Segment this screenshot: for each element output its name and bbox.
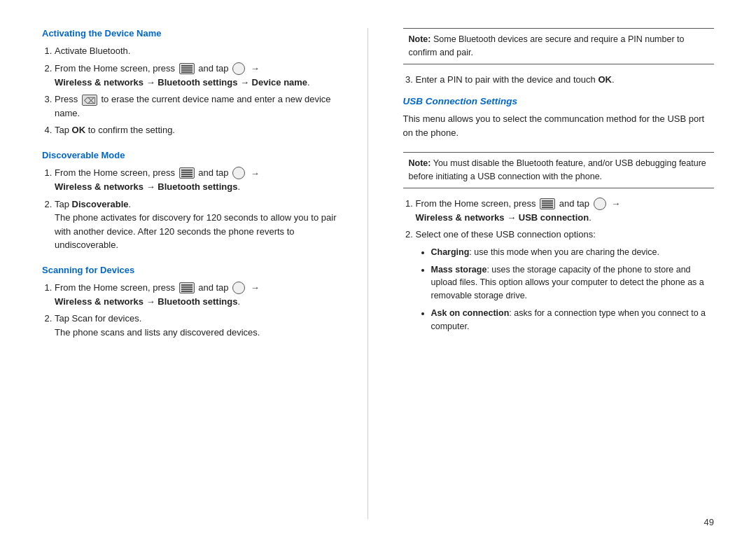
period4: . [237, 296, 240, 307]
period-step3: . [612, 74, 615, 85]
usb-steps-list: From the Home screen, press and tap → Wi… [403, 197, 715, 333]
content-area: Activating the Device Name Activate Blue… [0, 0, 756, 540]
menu-icon-4 [540, 198, 555, 209]
usb-step1-text-middle: and tap [559, 198, 592, 209]
step-text-from: From the Home screen, press [55, 167, 178, 178]
steps-discoverable: From the Home screen, press and tap → Wi… [42, 166, 354, 252]
right-column: Note: Some Bluetooth devices are secure … [396, 28, 715, 519]
ok-bold: OK [72, 125, 86, 135]
usb-option-charging: Charging: use this mode when you are cha… [431, 246, 715, 259]
arrow-icon-3: → [251, 281, 260, 295]
bold-path: Wireless & networks → Bluetooth settings… [55, 77, 307, 88]
step-activate-bluetooth: Activate Bluetooth. [55, 44, 354, 58]
backspace-icon [82, 95, 97, 106]
usb-charging-text: : use this mode when you are charing the… [469, 247, 659, 257]
steps-scanning: From the Home screen, press and tap → Wi… [42, 281, 354, 340]
step-home-screen-bluetooth: From the Home screen, press and tap → Wi… [55, 62, 354, 90]
arrow-icon: → [251, 62, 260, 76]
step-tap-ok-activate: Tap OK to confirm the setting. [55, 123, 354, 137]
usb-step1-dot: . [589, 212, 592, 223]
usb-intro: This menu allows you to select the commu… [403, 112, 715, 139]
circle-icon-3 [232, 282, 245, 294]
usb-step2-text: Select one of these USB connection optio… [416, 229, 596, 240]
usb-step-1: From the Home screen, press and tap → Wi… [416, 197, 715, 225]
step-erase-name: Press to erase the current device name a… [55, 92, 354, 120]
bold-path-3: Wireless & networks → Bluetooth settings [55, 296, 237, 307]
heading-discoverable-mode: Discoverable Mode [42, 150, 354, 160]
note-text-1: Some Bluetooth devices are secure and re… [409, 34, 685, 57]
note-label-1: Note: [409, 34, 431, 44]
arrow-icon-2: → [251, 167, 260, 181]
usb-bold-path: Wireless & networks → USB connection [416, 212, 589, 223]
page-number: 49 [704, 517, 714, 527]
step-text-tap3: and tap [198, 282, 231, 293]
circle-icon-2 [232, 167, 245, 179]
usb-option-ask-connection: Ask on connection: asks for a connection… [431, 307, 715, 333]
usb-ask-label: Ask on connection [431, 308, 510, 318]
step-text: Activate Bluetooth. [55, 46, 130, 56]
steps-activating: Activate Bluetooth. From the Home screen… [42, 44, 354, 137]
section-usb: USB Connection Settings This menu allows… [403, 96, 715, 139]
step-enter-pin: Enter a PIN to pair with the device and … [416, 73, 715, 87]
period2: . [237, 181, 240, 192]
period3: . [129, 199, 132, 209]
bold-path-2: Wireless & networks → Bluetooth settings [55, 181, 237, 192]
step-text-tap2: and tap [198, 167, 231, 178]
scan-sub-text: The phone scans and lists any discovered… [55, 327, 260, 338]
step-tap-discoverable: Tap Discoverable. The phone activates fo… [55, 198, 354, 252]
section-scanning-devices: Scanning for Devices From the Home scree… [42, 265, 354, 340]
menu-icon-2 [179, 167, 195, 179]
period: . [307, 77, 310, 88]
step-text-from3: From the Home screen, press [55, 282, 178, 293]
circle-icon [232, 62, 245, 75]
arrow-icon-4: → [611, 197, 620, 211]
steps-right-top: Enter a PIN to pair with the device and … [403, 73, 715, 87]
ok-bold-2: OK [598, 74, 612, 85]
heading-usb-connection: USB Connection Settings [403, 96, 715, 106]
section-discoverable-mode: Discoverable Mode From the Home screen, … [42, 150, 354, 252]
discoverable-bold: Discoverable [72, 199, 129, 209]
step-tap-scan: Tap Scan for devices. The phone scans an… [55, 312, 354, 339]
page-container: Activating the Device Name Activate Blue… [0, 0, 756, 540]
note-label-2: Note: [409, 158, 431, 168]
section-activating-device-name: Activating the Device Name Activate Blue… [42, 28, 354, 137]
step-home-scanning: From the Home screen, press and tap → Wi… [55, 281, 354, 309]
step-text-and-tap: and tap [198, 63, 231, 74]
usb-step-2: Select one of these USB connection optio… [416, 228, 715, 333]
enter-pin-text: Enter a PIN to pair with the device and … [416, 74, 598, 85]
note-text-2: You must disable the Bluetooth feature, … [409, 158, 706, 181]
step-home-discoverable: From the Home screen, press and tap → Wi… [55, 166, 354, 194]
heading-scanning-devices: Scanning for Devices [42, 265, 354, 275]
circle-icon-4 [594, 198, 606, 210]
left-column: Activating the Device Name Activate Blue… [42, 28, 368, 519]
step-text-before: From the Home screen, press [55, 63, 178, 74]
tap-scan-text: Tap Scan for devices. [55, 313, 141, 324]
step-tap-text: Tap [55, 199, 72, 209]
usb-option-mass-storage: Mass storage: uses the storage capacity … [431, 263, 715, 303]
step-text-tap: Tap [55, 125, 72, 135]
discoverable-sub-text: The phone activates for discovery for 12… [55, 212, 337, 250]
usb-mass-storage-label: Mass storage [431, 265, 487, 275]
usb-charging-label: Charging [431, 247, 470, 257]
step-text-confirm: to confirm the setting. [85, 125, 175, 135]
menu-icon [179, 63, 195, 74]
menu-icon-3 [179, 282, 195, 293]
step-text-press: Press [55, 94, 80, 104]
usb-step1-text-before: From the Home screen, press [416, 198, 539, 209]
note-box-bluetooth-pin: Note: Some Bluetooth devices are secure … [403, 28, 715, 64]
note-box-usb-disable: Note: You must disable the Bluetooth fea… [403, 152, 715, 188]
usb-options-list: Charging: use this mode when you are cha… [416, 246, 715, 333]
heading-activating-device-name: Activating the Device Name [42, 28, 354, 39]
